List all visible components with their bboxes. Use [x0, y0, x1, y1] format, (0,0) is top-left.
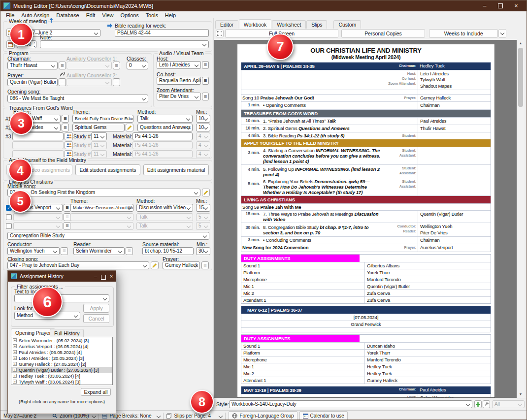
- menu-view[interactable]: View: [99, 12, 117, 18]
- list-item[interactable]: +Hedley Tuek : (03.06.2024) [4]: [11, 373, 112, 379]
- source-material-input[interactable]: bt chap. 10 ¶5-12: [142, 247, 194, 255]
- tree-expand-icon[interactable]: +: [13, 368, 17, 372]
- calendar-to-use-button[interactable]: Calendar to use: [299, 411, 348, 420]
- living-part3-menu-button[interactable]: ≡: [64, 222, 71, 230]
- part1-min-combo[interactable]: 10: [196, 115, 210, 123]
- scroll-down-icon[interactable]: ▼: [517, 391, 524, 398]
- reading2-students-button[interactable]: [65, 141, 73, 149]
- aux-counsellor1-menu-button[interactable]: ≡: [113, 62, 120, 69]
- aux-counsellor2-menu-button[interactable]: ≡: [113, 78, 120, 86]
- conductor-combo[interactable]: Wellington Yueh: [7, 247, 60, 255]
- apply-button[interactable]: Apply: [83, 304, 109, 313]
- living-part3-checkbox[interactable]: [6, 223, 12, 229]
- tree-expand-icon[interactable]: +: [13, 362, 17, 366]
- link-icon[interactable]: [60, 71, 66, 77]
- reader-menu-button[interactable]: ≡: [126, 247, 133, 255]
- prayer-combo[interactable]: Quentin (Vigar) Butler: [7, 78, 58, 86]
- maximize-button[interactable]: [493, 1, 508, 10]
- style-combo[interactable]: Workbook-S-140-Legacy-Duty: [229, 400, 472, 408]
- closing-prayer-combo[interactable]: Gurney Halleck: [163, 261, 200, 269]
- zoom-attendant-combo[interactable]: Piter De Vries: [157, 93, 201, 100]
- part1-method-combo[interactable]: Talk: [137, 115, 193, 123]
- host-combo[interactable]: Leto I Atreides: [157, 61, 201, 69]
- tree-expand-icon[interactable]: +: [13, 374, 17, 378]
- minimize-button[interactable]: –: [477, 1, 492, 10]
- tree-expand-icon[interactable]: +: [13, 338, 17, 342]
- weeks-to-include-dropdown[interactable]: [498, 29, 506, 38]
- tab-full-history[interactable]: Full History: [50, 329, 84, 337]
- cohost-menu-button[interactable]: ≡: [202, 77, 209, 85]
- status-slips[interactable]: Slips per Page: 4: [164, 411, 225, 420]
- list-item[interactable]: +Aurelius Venport : (06.05.2024) [4]: [11, 343, 112, 349]
- spinner-down-icon[interactable]: ▾: [34, 45, 35, 48]
- closing-song-combo[interactable]: 047 - Pray to Jehovah Each Day: [7, 261, 149, 269]
- reader-combo[interactable]: Selim Wormrider: [73, 247, 125, 255]
- dialog-minimize-button[interactable]: –: [94, 273, 97, 280]
- previous-week-icon[interactable]: [49, 18, 54, 23]
- list-item[interactable]: +Gurney Halleck : (27.05.2024) [2]: [11, 361, 112, 367]
- reading-students-button[interactable]: [65, 132, 73, 140]
- style-filter-combo[interactable]: All: [492, 400, 525, 408]
- expand-all-button[interactable]: Expand all: [81, 388, 111, 396]
- middle-song-combo[interactable]: 02 On Seeking First the Kingdom: [7, 189, 200, 196]
- dialog-close-button[interactable]: ×: [110, 273, 113, 280]
- spinner-up-icon[interactable]: ▴: [34, 41, 35, 44]
- menu-help[interactable]: Help: [162, 12, 179, 18]
- living-part1-theme-combo[interactable]: Make Wise Decisions About Work ar: [70, 204, 133, 212]
- menu-options[interactable]: Options: [117, 12, 142, 18]
- conductor-menu-button[interactable]: ≡: [61, 247, 68, 255]
- dialog-title-bar[interactable]: Assignment History – ×: [8, 271, 116, 282]
- menu-file[interactable]: File: [2, 12, 18, 18]
- study-combo[interactable]: 11: [91, 132, 107, 140]
- part2-min-combo[interactable]: 10: [196, 124, 210, 131]
- edit-student-assignments-button[interactable]: Edit student assignments: [75, 164, 140, 175]
- list-item[interactable]: +Paul Atreides : (06.05.2024) [4]: [11, 349, 112, 355]
- menu-edit[interactable]: Edit: [83, 12, 99, 18]
- cohost-combo[interactable]: Raquella Berto-Anirul: [157, 77, 201, 85]
- zoom-attendant-menu-button[interactable]: ≡: [202, 93, 209, 100]
- foreign-language-group-button[interactable]: Foreign-Language Group: [229, 411, 297, 420]
- scrollbar-thumb[interactable]: [518, 48, 523, 107]
- list-item[interactable]: +Tylwyth Waff : (03.06.2024) [3]: [11, 379, 112, 385]
- material-input[interactable]: Ps 44:1-26: [132, 132, 193, 140]
- preview-area[interactable]: OUR CHRISTIAN LIFE AND MINISTRY (Midweek…: [214, 40, 517, 398]
- preview-scrollbar[interactable]: ▲ ▼: [517, 40, 524, 398]
- cbs-min-combo[interactable]: 30: [196, 247, 210, 255]
- cancel-button[interactable]: Cancel: [83, 314, 109, 323]
- tree-expand-icon[interactable]: +: [13, 350, 17, 354]
- tab-worksheet[interactable]: Worksheet: [272, 20, 306, 29]
- living-part2-menu-button[interactable]: ≡: [64, 213, 71, 221]
- history-list[interactable]: +Selim Wormrider : (05.02.2024) [3] +Aur…: [11, 337, 113, 385]
- add-style-button[interactable]: [474, 400, 482, 408]
- living-part1-min-combo[interactable]: 15: [196, 204, 210, 212]
- tab-workbook[interactable]: Workbook: [239, 19, 271, 29]
- bible-reading-input[interactable]: PSALMS 42-44: [115, 29, 209, 37]
- opening-song-combo[interactable]: 086 - We Must Be Taught: [7, 95, 148, 102]
- classes-combo[interactable]: 0: [127, 62, 148, 69]
- chairman-menu-button[interactable]: ≡: [59, 62, 66, 69]
- menu-tools[interactable]: Tools: [142, 12, 162, 18]
- part2-edit-theme-button[interactable]: [126, 124, 133, 131]
- living-part1-method-combo[interactable]: Discussion with Video: [136, 204, 193, 212]
- part1-theme-input[interactable]: Benefit Fully From Divine Education: [72, 115, 133, 123]
- tree-expand-icon[interactable]: +: [13, 356, 17, 360]
- list-item-selected[interactable]: +Quentin (Vigar) Butler : (27.05.2024) […: [11, 367, 112, 373]
- scroll-up-icon[interactable]: ▲: [517, 40, 524, 47]
- note-combo[interactable]: [40, 40, 209, 48]
- menu-database[interactable]: Database: [53, 12, 82, 18]
- living-part2-checkbox[interactable]: [6, 214, 12, 220]
- dialog-maximize-button[interactable]: [101, 275, 106, 280]
- edit-assignments-material-button[interactable]: Edit assignments material: [143, 164, 209, 175]
- tab-slips[interactable]: Slips: [306, 20, 327, 29]
- list-item[interactable]: +Selim Wormrider : (05.02.2024) [3]: [11, 337, 112, 343]
- style-tools-button[interactable]: [483, 400, 490, 408]
- part2-method-combo[interactable]: Questions and Answers: [137, 124, 193, 131]
- tab-custom[interactable]: Custom: [333, 20, 361, 29]
- living-part1-menu-button[interactable]: ≡: [64, 204, 71, 212]
- tab-editor[interactable]: Editor: [215, 20, 238, 29]
- prayer-menu-button[interactable]: ≡: [59, 78, 66, 86]
- fit-page-button[interactable]: [216, 30, 224, 37]
- tree-expand-icon[interactable]: +: [13, 380, 17, 384]
- chairman-combo[interactable]: Thufir Hawat: [7, 62, 58, 69]
- close-button[interactable]: ×: [509, 1, 524, 10]
